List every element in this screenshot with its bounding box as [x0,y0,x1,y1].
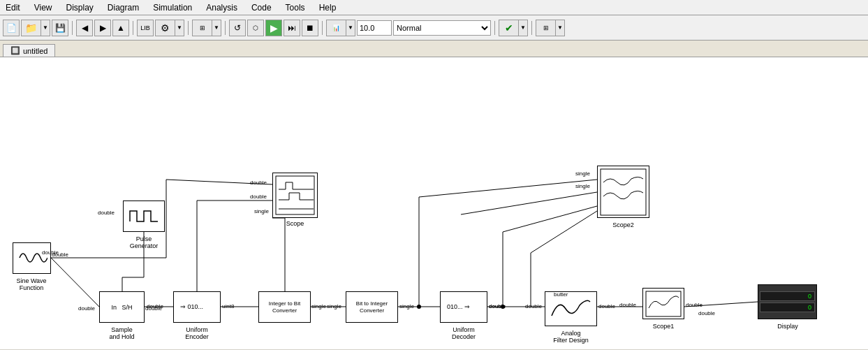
scope1-label: Scope1 [642,323,684,330]
menu-simulation[interactable]: Simulation [150,2,195,13]
scope-main-block[interactable] [272,173,318,218]
uniform-dec-label: UniformDecoder [440,326,487,340]
svg-text:010... ⇒: 010... ⇒ [447,303,470,310]
scope-split: 📊 ▼ [326,20,355,36]
sim-time-input[interactable] [357,20,392,36]
sep1 [72,21,73,35]
sh-in-double: double [78,305,95,312]
sep7 [531,21,532,35]
sample-hold-label: Sampleand Hold [99,326,145,340]
sep5 [322,21,323,35]
menubar: Edit View Display Diagram Simulation Ana… [0,0,868,15]
scope1-out2-double: double [698,310,715,316]
tabbar: 🔲 untitled [0,41,868,57]
stop-button[interactable]: ⏹ [302,20,318,36]
canvas[interactable]: Sine WaveFunction double PulseGenerator … [0,57,868,349]
pulse-gen-label: PulseGenerator [120,235,168,249]
check-button[interactable]: ✔ [499,20,518,36]
scope2-single2: single [575,183,590,189]
enc-out-uint8: uint8 [222,303,234,309]
sep2 [133,21,133,35]
step-button[interactable]: ⊞ [192,20,212,36]
menu-code[interactable]: Code [249,2,274,13]
step-arrow[interactable]: ▼ [212,20,221,36]
sim-mode-select[interactable]: NormalAcceleratorRapid AcceleratorSoftwa… [393,20,491,36]
menu-tools[interactable]: Tools [283,2,308,13]
open-split: 📁 ▼ [21,20,50,36]
svg-line-19 [419,180,597,197]
pulse-double-label: double [98,210,115,216]
analog-filter-block[interactable] [545,291,597,326]
debug-button[interactable]: ⬡ [247,20,264,36]
wire-double-dec-out: double [489,303,506,309]
menu-view[interactable]: View [31,2,55,13]
refresh-button[interactable]: ↺ [229,20,246,36]
display-label: Display [774,323,802,330]
save-button[interactable]: 💾 [52,20,68,36]
settings-arrow[interactable]: ▼ [175,20,184,36]
scope-main-label: Scope [279,220,311,227]
tab-icon: 🔲 [10,46,20,55]
scope-double2: double [250,194,267,200]
check-split: ✔ ▼ [499,20,528,36]
sample-hold-block[interactable]: In S/H [99,291,145,323]
grid-split: ⊞ ▼ [536,20,565,36]
sep3 [188,21,189,35]
bti-out-single: single [399,303,414,309]
wire-double-enc-in: double [147,303,163,309]
check-arrow[interactable]: ▼ [518,20,528,36]
menu-analysis[interactable]: Analysis [203,2,240,13]
step-fwd-button[interactable]: ⏭ [284,20,300,36]
toolbar: 📄 📁 ▼ 💾 ◀ ▶ ▲ LIB ⚙ ▼ ⊞ ▼ ↺ ⬡ ▶ ⏭ ⏹ 📊 ▼ … [0,15,868,41]
uniform-enc-label: UniformEncoder [173,326,221,340]
menu-help[interactable]: Help [316,2,339,13]
scope-button[interactable]: 📊 [326,20,346,36]
menu-edit[interactable]: Edit [3,2,23,13]
sep4 [225,21,226,35]
open-button[interactable]: 📁 [21,20,41,36]
uniform-enc-block[interactable]: ⇒ 010... [173,291,221,323]
forward-button[interactable]: ▶ [94,20,111,36]
scope2-block[interactable] [597,166,649,218]
svg-line-23 [503,206,597,232]
settings-split: ⚙ ▼ [155,20,184,36]
scope1-in-double: double [619,302,636,308]
svg-line-21 [461,192,597,214]
svg-rect-34 [601,169,646,215]
int-to-bit-block[interactable]: Integer to BitConverter [258,291,311,323]
back-button[interactable]: ◀ [76,20,93,36]
svg-line-25 [531,211,597,253]
svg-text:⇒ 010...: ⇒ 010... [180,303,203,310]
library-button[interactable]: LIB [137,20,154,36]
bti-in-single: single [327,303,341,309]
itb-out-single: single [311,303,326,309]
scope1-out-double: double [686,302,703,308]
settings-button[interactable]: ⚙ [155,20,175,36]
menu-display[interactable]: Display [63,2,96,13]
run-button[interactable]: ▶ [265,20,282,36]
display-block[interactable]: 0 0 [758,284,817,319]
filter-butter: butter [554,291,568,298]
uniform-dec-block[interactable]: 010... ⇒ [440,291,487,323]
up-button[interactable]: ▲ [112,20,129,36]
svg-point-28 [417,305,421,309]
new-button[interactable]: 📄 [3,20,20,36]
filter-in-double: double [525,303,542,309]
sine-wave-label: Sine WaveFunction [3,277,59,291]
tab-untitled[interactable]: 🔲 untitled [3,44,55,57]
pulse-gen-block[interactable] [123,200,165,232]
scope2-single1: single [575,170,590,177]
scope2-label: Scope2 [611,221,635,228]
scope-single1: single [254,208,269,214]
scope-arrow[interactable]: ▼ [346,20,355,36]
sep6 [494,21,495,35]
grid-arrow[interactable]: ▼ [555,20,565,36]
scope1-block[interactable] [642,288,684,319]
tab-label: untitled [23,47,47,55]
menu-diagram[interactable]: Diagram [105,2,142,13]
grid-button[interactable]: ⊞ [536,20,555,36]
open-arrow[interactable]: ▼ [41,20,50,36]
bit-to-int-block[interactable]: Bit to IntegerConverter [346,291,398,323]
wire-double-sine: double [42,249,59,256]
sine-wave-block[interactable] [13,242,51,274]
